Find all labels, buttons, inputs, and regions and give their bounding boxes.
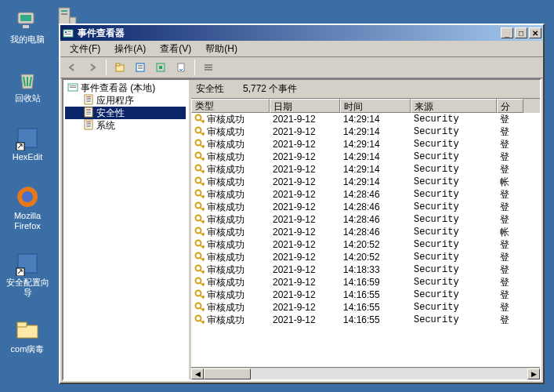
- cell-date: 2021-9-12: [270, 302, 340, 313]
- audit-success-icon: [194, 214, 205, 225]
- cell-date: 2021-9-12: [270, 126, 340, 137]
- svg-rect-37: [86, 100, 91, 100]
- tree-item[interactable]: 系统: [65, 119, 186, 132]
- tree-root[interactable]: 事件查看器 (本地): [65, 82, 186, 94]
- event-row[interactable]: 审核成功2021-9-1214:28:46Security登: [191, 188, 540, 201]
- desktop-icon-label: MozillaFirefox: [14, 211, 41, 231]
- back-button[interactable]: [63, 59, 81, 76]
- cell-type: 审核成功: [191, 138, 270, 151]
- cell-date: 2021-9-12: [270, 314, 340, 325]
- list-panel: 安全性 5,772 个事件 类型 日期 时间 来源 分 审核成功2021-9-1…: [191, 80, 540, 379]
- col-source[interactable]: 来源: [411, 99, 497, 113]
- list-button[interactable]: [200, 59, 217, 76]
- svg-rect-47: [86, 125, 91, 125]
- scroll-track[interactable]: [204, 368, 527, 379]
- minimize-button[interactable]: _: [501, 27, 513, 38]
- cell-source: Security: [411, 126, 497, 137]
- event-row[interactable]: 审核成功2021-9-1214:29:14Security帐: [191, 176, 540, 188]
- event-row[interactable]: 审核成功2021-9-1214:18:33Security登: [191, 263, 540, 276]
- col-time[interactable]: 时间: [340, 99, 411, 113]
- event-row[interactable]: 审核成功2021-9-1214:20:52Security登: [191, 238, 540, 251]
- shortcut-icon: [15, 251, 40, 276]
- export-button[interactable]: [172, 59, 190, 76]
- svg-rect-20: [116, 64, 120, 66]
- cell-category: 登: [497, 276, 523, 289]
- listview-body[interactable]: 审核成功2021-9-1214:29:14Security登审核成功2021-9…: [191, 113, 540, 367]
- desktop-icon-label: com病毒: [11, 344, 45, 354]
- listview: 类型 日期 时间 来源 分 审核成功2021-9-1214:29:14Secur…: [191, 99, 540, 379]
- col-category[interactable]: 分: [497, 99, 523, 113]
- scroll-right-button[interactable]: ▶: [527, 368, 540, 379]
- cell-date: 2021-9-12: [270, 264, 340, 275]
- event-row[interactable]: 审核成功2021-9-1214:28:46Security帐: [191, 226, 540, 238]
- tree-item-label: 安全性: [95, 107, 125, 120]
- menu-view[interactable]: 查看(V): [154, 41, 197, 57]
- event-row[interactable]: 审核成功2021-9-1214:29:14Security登: [191, 125, 540, 138]
- up-button[interactable]: [111, 59, 129, 76]
- cell-time: 14:16:59: [340, 277, 411, 288]
- audit-success-icon: [194, 114, 205, 125]
- titlebar[interactable]: 事件查看器 _ □ ✕: [60, 25, 543, 41]
- audit-success-icon: [194, 151, 205, 162]
- cell-source: Security: [411, 114, 497, 125]
- svg-rect-38: [86, 101, 91, 102]
- event-row[interactable]: 审核成功2021-9-1214:29:14Security登: [191, 151, 540, 163]
- event-row[interactable]: 审核成功2021-9-1214:20:52Security登: [191, 251, 540, 263]
- svg-rect-33: [70, 87, 76, 88]
- menu-file[interactable]: 文件(F): [63, 41, 107, 57]
- event-row[interactable]: 审核成功2021-9-1214:28:46Security登: [191, 213, 540, 226]
- properties-button[interactable]: [132, 59, 149, 76]
- cell-source: Security: [411, 151, 497, 162]
- audit-success-icon: [194, 252, 205, 263]
- cell-time: 14:28:46: [340, 189, 411, 200]
- cell-type: 审核成功: [191, 163, 270, 176]
- event-row[interactable]: 审核成功2021-9-1214:29:14Security登: [191, 138, 540, 151]
- desktop-icon[interactable]: 回收站: [4, 67, 51, 103]
- cell-time: 14:16:55: [340, 289, 411, 300]
- event-row[interactable]: 审核成功2021-9-1214:16:55Security登: [191, 301, 540, 314]
- cell-category: 登: [497, 188, 523, 201]
- tree-item[interactable]: 应用程序: [65, 94, 186, 107]
- refresh-button[interactable]: [152, 59, 169, 76]
- cell-category: 登: [497, 238, 523, 252]
- horizontal-scrollbar[interactable]: ◀ ▶: [191, 367, 540, 379]
- desktop-icon-label: 我的电脑: [10, 34, 45, 45]
- cell-date: 2021-9-12: [270, 164, 340, 175]
- menubar: 文件(F) 操作(A) 查看(V) 帮助(H): [60, 41, 543, 56]
- client-area: 事件查看器 (本地) 应用程序安全性系统 安全性 5,772 个事件 类型 日期…: [62, 78, 541, 381]
- cell-category: 帐: [497, 226, 523, 239]
- desktop-icon[interactable]: HexEdit: [4, 125, 51, 162]
- scroll-thumb[interactable]: [204, 368, 251, 379]
- scroll-left-button[interactable]: ◀: [191, 368, 204, 379]
- svg-rect-23: [138, 67, 143, 67]
- maximize-button[interactable]: □: [515, 27, 527, 38]
- audit-success-icon: [194, 126, 205, 137]
- event-row[interactable]: 审核成功2021-9-1214:29:14Security登: [191, 163, 540, 176]
- menu-action[interactable]: 操作(A): [108, 41, 152, 57]
- col-type[interactable]: 类型: [191, 99, 270, 113]
- menu-help[interactable]: 帮助(H): [199, 41, 244, 57]
- cell-date: 2021-9-12: [270, 189, 340, 200]
- svg-rect-29: [205, 67, 212, 68]
- cell-category: 登: [497, 289, 523, 302]
- event-row[interactable]: 审核成功2021-9-1214:16:55Security登: [191, 314, 540, 326]
- event-row[interactable]: 审核成功2021-9-1214:28:46Security登: [191, 201, 540, 213]
- cell-source: Security: [411, 201, 497, 212]
- cell-date: 2021-9-12: [270, 114, 340, 125]
- desktop-icon[interactable]: com病毒: [4, 318, 51, 354]
- cell-category: 登: [497, 213, 523, 227]
- col-date[interactable]: 日期: [270, 99, 340, 113]
- event-row[interactable]: 审核成功2021-9-1214:16:55Security登: [191, 289, 540, 301]
- event-row[interactable]: 审核成功2021-9-1214:16:59Security登: [191, 276, 540, 289]
- forward-button[interactable]: [84, 59, 101, 76]
- svg-rect-32: [70, 85, 76, 86]
- event-row[interactable]: 审核成功2021-9-1214:29:14Security登: [191, 113, 540, 125]
- desktop-icon-label: HexEdit: [13, 152, 43, 162]
- tree-item[interactable]: 安全性: [65, 107, 186, 119]
- app-icon: [62, 27, 74, 39]
- cell-time: 14:18:33: [340, 264, 411, 275]
- cell-date: 2021-9-12: [270, 214, 340, 225]
- cell-time: 14:28:46: [340, 227, 411, 238]
- cell-category: 登: [497, 251, 523, 264]
- close-button[interactable]: ✕: [529, 27, 541, 38]
